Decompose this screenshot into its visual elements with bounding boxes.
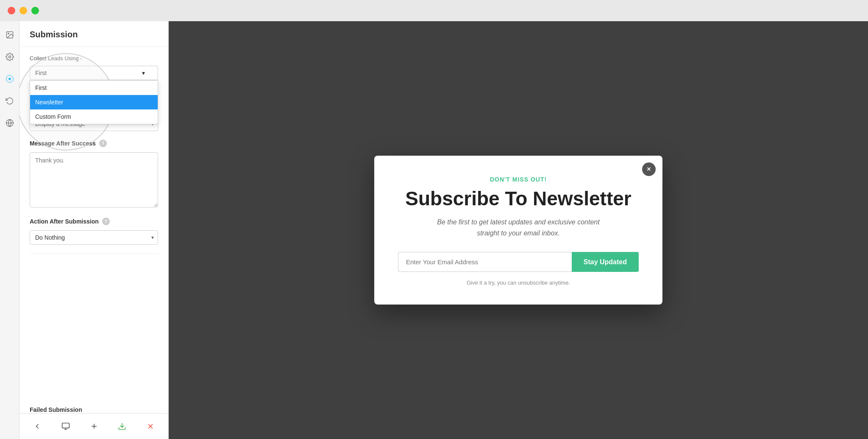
download-button[interactable]: [114, 419, 130, 434]
device-preview-button[interactable]: [58, 419, 73, 434]
sidebar-refresh-icon[interactable]: [3, 94, 17, 108]
message-after-success-section: Message After Success ?: [30, 140, 158, 147]
svg-point-4: [8, 78, 11, 80]
sidebar-circle-icon[interactable]: [3, 72, 17, 86]
failed-submission-title: Failed Submission: [19, 406, 168, 413]
collect-leads-label: Collect Leads Using -: [30, 55, 158, 62]
do-nothing-wrapper: Do Nothing ▾: [30, 230, 158, 245]
action-after-submission-title: Action After Submission: [30, 218, 99, 225]
modal-overlay: × DON'T MISS OUT! Subscribe To Newslette…: [169, 21, 868, 439]
close-panel-button[interactable]: [143, 419, 158, 434]
svg-point-1: [8, 33, 8, 34]
sidebar-image-icon[interactable]: [3, 28, 17, 42]
modal-tag: DON'T MISS OUT!: [398, 176, 639, 183]
title-bar: [0, 0, 868, 21]
svg-rect-7: [62, 423, 69, 428]
panel-title: Submission: [19, 21, 168, 47]
message-after-success-help-icon[interactable]: ?: [99, 140, 107, 147]
collect-leads-dropdown-container: First ▾ First Newsletter Custom Form: [30, 66, 158, 80]
collect-leads-dropdown[interactable]: First ▾: [30, 66, 158, 80]
dropdown-item-first[interactable]: First: [30, 81, 158, 95]
left-panel: Submission Collect Leads Using - First ▾…: [19, 21, 169, 439]
svg-point-2: [8, 56, 11, 58]
modal-card: × DON'T MISS OUT! Subscribe To Newslette…: [374, 156, 662, 305]
bottom-toolbar: [19, 413, 168, 439]
main-content: × DON'T MISS OUT! Subscribe To Newslette…: [169, 21, 868, 439]
modal-title: Subscribe To Newsletter: [398, 188, 639, 210]
add-button[interactable]: [86, 419, 102, 434]
sidebar-settings-icon[interactable]: [3, 50, 17, 64]
action-after-submission-section: Action After Submission ?: [30, 218, 158, 225]
message-after-success-title: Message After Success: [30, 140, 96, 147]
back-button[interactable]: [30, 419, 45, 434]
close-button[interactable]: [8, 7, 15, 14]
dropdown-arrow-icon: ▾: [142, 70, 145, 76]
email-input[interactable]: [398, 252, 572, 272]
action-after-submission-help-icon[interactable]: ?: [102, 218, 110, 225]
sidebar-globe-icon[interactable]: [3, 116, 17, 130]
stay-updated-button[interactable]: Stay Updated: [572, 252, 639, 272]
modal-footer-text: Give it a try, you can unsubscribe anyti…: [398, 280, 639, 286]
divider: [30, 253, 158, 254]
modal-form: Stay Updated: [398, 252, 639, 272]
panel-content: Collect Leads Using - First ▾ First News…: [19, 47, 168, 406]
dropdown-item-custom-form[interactable]: Custom Form: [30, 109, 158, 124]
modal-subtitle: Be the first to get latest updates and e…: [398, 217, 639, 238]
dropdown-menu: First Newsletter Custom Form: [30, 80, 158, 124]
dropdown-item-newsletter[interactable]: Newsletter: [30, 95, 158, 109]
minimize-button[interactable]: [19, 7, 27, 14]
maximize-button[interactable]: [31, 7, 39, 14]
message-after-success-textarea[interactable]: [30, 152, 158, 207]
do-nothing-select[interactable]: Do Nothing: [30, 230, 158, 245]
app-container: Submission Collect Leads Using - First ▾…: [0, 21, 868, 439]
modal-close-button[interactable]: ×: [642, 162, 656, 176]
icon-sidebar: [0, 21, 19, 439]
